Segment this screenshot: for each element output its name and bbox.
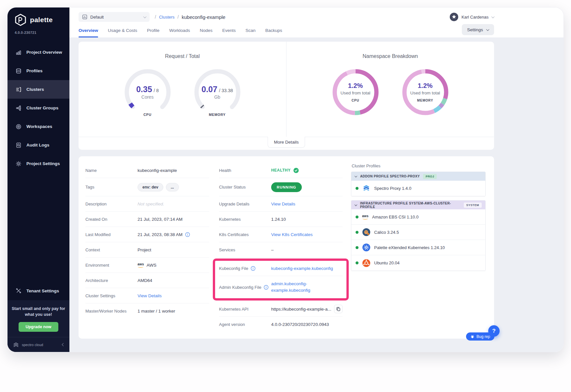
tab-backups[interactable]: Backups	[265, 28, 282, 37]
detail-row-kubernetes: Kubernetes 1.24.10	[219, 212, 343, 227]
tab-events[interactable]: Events	[222, 28, 236, 37]
view-k8s-certificates-link[interactable]: View K8s Certificates	[271, 232, 313, 237]
sidebar-item-label: Project Overview	[26, 50, 62, 55]
copy-icon	[336, 307, 341, 311]
health-value: HEALTHY	[271, 168, 299, 173]
memory-gauge: 0.07 / 33.38 Gb MEMORY	[193, 68, 242, 117]
addon-profile-header[interactable]: ADDON PROFILE SPECTRO-PROXY PROJ	[351, 172, 485, 181]
target-icon	[16, 124, 22, 130]
pack-name: Palette eXtended Kubernetes 1.24.10	[374, 245, 445, 250]
detail-label: Tags	[85, 185, 138, 189]
sidebar-item-project-settings[interactable]: Project Settings	[7, 154, 69, 173]
sidebar-item-label: Profiles	[26, 68, 43, 73]
pack-name: Calico 3.24.5	[374, 230, 399, 235]
detail-label: Context	[85, 247, 138, 252]
info-icon[interactable]	[185, 232, 190, 237]
gauge-unit: Gb	[214, 94, 220, 100]
detail-value: 4.0.0-230720/20230720.0943	[271, 322, 329, 327]
upgrade-now-button[interactable]: Upgrade now	[19, 322, 58, 332]
tab-overview[interactable]: Overview	[79, 28, 98, 37]
upgrade-details-link[interactable]: View Details	[271, 202, 295, 206]
detail-label-wrap: Kubeconfig File	[219, 266, 271, 271]
footer-brand: spectro cloud	[22, 343, 60, 347]
help-button[interactable]: ?	[488, 325, 500, 337]
gauges-row: 0.35 / 8 Cores CPU	[123, 68, 242, 117]
profile-pack-spectro-proxy[interactable]: Spectro Proxy 1.4.0	[351, 181, 485, 196]
sidebar-item-audit-logs[interactable]: Audit Logs	[7, 136, 69, 154]
user-name: Karl Cardenas	[461, 15, 489, 20]
detail-row-architecture: Architecture AMD64	[85, 273, 209, 288]
detail-label: Services	[219, 247, 271, 252]
copy-button[interactable]	[334, 305, 343, 313]
info-icon[interactable]	[251, 266, 256, 271]
breadcrumb-separator: /	[178, 14, 179, 20]
topbar: Default / Clusters / kubeconfig-example …	[69, 12, 564, 22]
tab-workloads[interactable]: Workloads	[169, 28, 190, 37]
donut-label: CPU	[352, 99, 359, 102]
project-selector-value: Default	[90, 15, 141, 20]
sidebar-item-clusters[interactable]: Clusters	[7, 80, 69, 99]
detail-row-health: Health HEALTHY	[219, 163, 343, 178]
kubeconfig-file-link[interactable]: kubeconfig-example.kubeconfig	[271, 266, 333, 271]
breadcrumb-clusters-link[interactable]: Clusters	[159, 15, 175, 20]
settings-button[interactable]: Settings	[462, 24, 494, 35]
detail-row-cluster-settings: Cluster Settings View Details	[85, 288, 209, 303]
detail-label: Kubeconfig File	[219, 266, 248, 271]
brand-name: palette	[30, 16, 53, 24]
sidebar-item-cluster-groups[interactable]: Cluster Groups	[7, 99, 69, 117]
detail-row-services: Services –	[219, 242, 343, 258]
tab-nodes[interactable]: Nodes	[200, 28, 212, 37]
detail-label-wrap: Admin Kubeconfig File	[219, 285, 271, 290]
tab-profile[interactable]: Profile	[147, 28, 159, 37]
detail-value: kubeconfig-example	[138, 168, 177, 173]
detail-value: 1.24.10	[271, 217, 286, 222]
sidebar-item-workspaces[interactable]: Workspaces	[7, 117, 69, 136]
tag-pill: env: dev	[138, 183, 163, 191]
sidebar-item-label: Workspaces	[26, 124, 52, 129]
sidebar-item-profiles[interactable]: Profiles	[7, 62, 69, 80]
namespace-breakdown-title: Namespace Breakdown	[363, 53, 418, 59]
detail-label: Kubernetes API	[219, 307, 271, 312]
sidebar-item-tenant-settings[interactable]: Tenant Settings	[7, 282, 69, 300]
donut-percent: 1.2%	[348, 82, 363, 90]
profile-pack-calico[interactable]: Calico 3.24.5	[351, 225, 485, 240]
profile-pack-palette-extended-kubernetes[interactable]: Palette eXtended Kubernetes 1.24.10	[351, 240, 485, 255]
gauge-label: CPU	[123, 113, 172, 117]
sidebar-item-label: Clusters	[26, 87, 44, 92]
page-content: Request / Total 0.35	[69, 37, 564, 352]
detail-label: Master/Worker Nodes	[85, 309, 138, 314]
profile-pack-amazon-ebs-csi[interactable]: aws Amazon EBS CSI 1.10.0	[351, 209, 485, 225]
detail-label: Architecture	[85, 278, 138, 283]
cluster-profiles-panel: Cluster Profiles ADDON PROFILE SPECTRO-P…	[351, 163, 486, 335]
info-icon[interactable]	[264, 285, 269, 290]
profile-pack-ubuntu[interactable]: Ubuntu 20.04	[351, 255, 485, 271]
sidebar-nav: Project Overview Profiles Clusters	[7, 43, 69, 173]
check-circle-icon	[293, 168, 299, 173]
cluster-status-badge[interactable]: RUNNING	[271, 182, 302, 192]
chart-box-icon	[82, 14, 87, 20]
detail-value-wrap: 21 Jul, 2023, 08:38 AM	[138, 232, 190, 237]
tab-usage-costs[interactable]: Usage & Costs	[108, 28, 137, 37]
detail-row-name: Name kubeconfig-example	[85, 163, 209, 178]
tags-more-button[interactable]: ...	[166, 183, 179, 191]
project-selector[interactable]: Default	[79, 12, 150, 22]
sidebar-item-project-overview[interactable]: Project Overview	[7, 43, 69, 62]
detail-label: Agent version	[219, 322, 271, 327]
view-details-link[interactable]: View Details	[138, 293, 162, 298]
admin-kubeconfig-file-link[interactable]: admin.kubeconfig-example.kubeconfig	[271, 281, 322, 294]
collapse-sidebar-icon[interactable]	[62, 343, 65, 346]
detail-label: Kubernetes	[219, 217, 271, 222]
tab-scan[interactable]: Scan	[245, 28, 256, 37]
cluster-profiles-title: Cluster Profiles	[352, 163, 486, 168]
infrastructure-profile-header[interactable]: INFRASTRUCTURE PROFILE SYSTEM-AWS-CLUSTE…	[351, 201, 485, 209]
user-menu[interactable]: Karl Cardenas	[450, 13, 494, 21]
pack-status-dot	[356, 231, 359, 234]
more-details-button[interactable]: More Details	[268, 137, 305, 148]
pack-status-dot	[356, 261, 359, 264]
app-window: palette 4.0.0-230721 Project Overview	[7, 7, 564, 352]
pack-status-dot	[356, 216, 359, 218]
network-nodes-icon	[16, 105, 22, 111]
detail-row-kubeconfig-file: Kubeconfig File kubeconfig-example.kubec…	[219, 261, 343, 276]
tools-icon	[16, 288, 22, 294]
kubernetes-icon	[362, 243, 371, 252]
